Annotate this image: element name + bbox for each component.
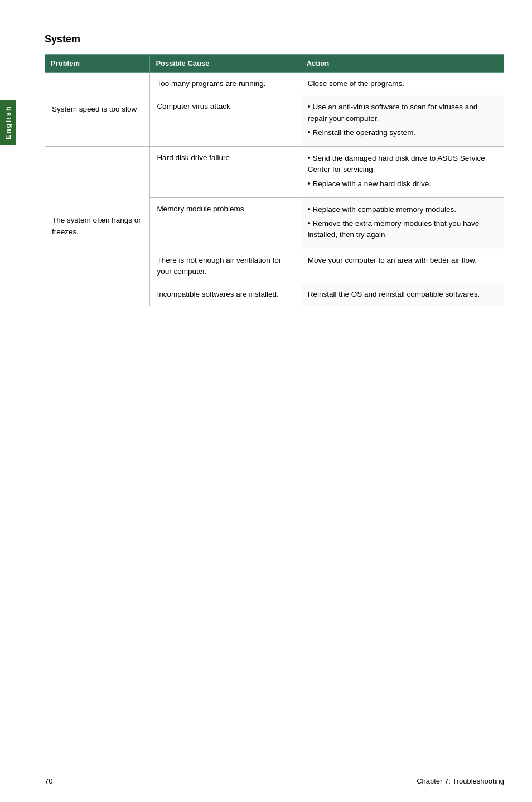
problem-cell: System speed is too slow bbox=[45, 73, 150, 147]
footer-chapter: Chapter 7: Troubleshooting bbox=[417, 777, 504, 785]
cause-cell: There is not enough air ventilation for … bbox=[150, 249, 301, 283]
section-title: System bbox=[45, 33, 504, 45]
cause-cell: Computer virus attack bbox=[150, 95, 301, 147]
header-problem: Problem bbox=[45, 55, 150, 73]
cause-cell: Incompatible softwares are installed. bbox=[150, 283, 301, 306]
bullet-item: Use an anti-virus software to scan for v… bbox=[308, 101, 497, 124]
problem-cell: The system often hangs or freezes. bbox=[45, 147, 150, 306]
table-header-row: Problem Possible Cause Action bbox=[45, 55, 504, 73]
side-tab-label: English bbox=[4, 106, 12, 140]
bullet-item: Replace with compatible memory modules. bbox=[308, 204, 497, 215]
cause-cell: Too many programs are running. bbox=[150, 73, 301, 95]
bullet-item: Replace with a new hard disk drive. bbox=[308, 178, 497, 190]
footer-page-number: 70 bbox=[45, 777, 52, 785]
table-row: The system often hangs or freezes.Hard d… bbox=[45, 147, 504, 198]
header-possible-cause: Possible Cause bbox=[150, 55, 301, 73]
page-container: English System Problem Possible Cause Ac… bbox=[0, 0, 532, 802]
header-action: Action bbox=[301, 55, 504, 73]
action-cell: Replace with compatible memory modules.R… bbox=[301, 197, 504, 249]
table-row: System speed is too slowToo many program… bbox=[45, 73, 504, 95]
bullet-item: Remove the extra memory modules that you… bbox=[308, 218, 497, 241]
bullet-item: Reinstall the operating system. bbox=[308, 127, 497, 138]
action-cell: Send the damaged hard disk drive to ASUS… bbox=[301, 147, 504, 198]
action-cell: Move your computer to an area with bette… bbox=[301, 249, 504, 283]
content-area: System Problem Possible Cause Action Sys… bbox=[28, 0, 532, 340]
cause-cell: Memory module problems bbox=[150, 197, 301, 249]
page-footer: 70 Chapter 7: Troubleshooting bbox=[0, 771, 532, 785]
cause-cell: Hard disk drive failure bbox=[150, 147, 301, 198]
bullet-item: Send the damaged hard disk drive to ASUS… bbox=[308, 152, 497, 176]
side-tab: English bbox=[0, 100, 16, 145]
trouble-table: Problem Possible Cause Action System spe… bbox=[45, 54, 504, 306]
action-cell: Close some of the programs. bbox=[301, 73, 504, 95]
action-cell: Use an anti-virus software to scan for v… bbox=[301, 95, 504, 147]
action-cell: Reinstall the OS and reinstall compatibl… bbox=[301, 283, 504, 306]
